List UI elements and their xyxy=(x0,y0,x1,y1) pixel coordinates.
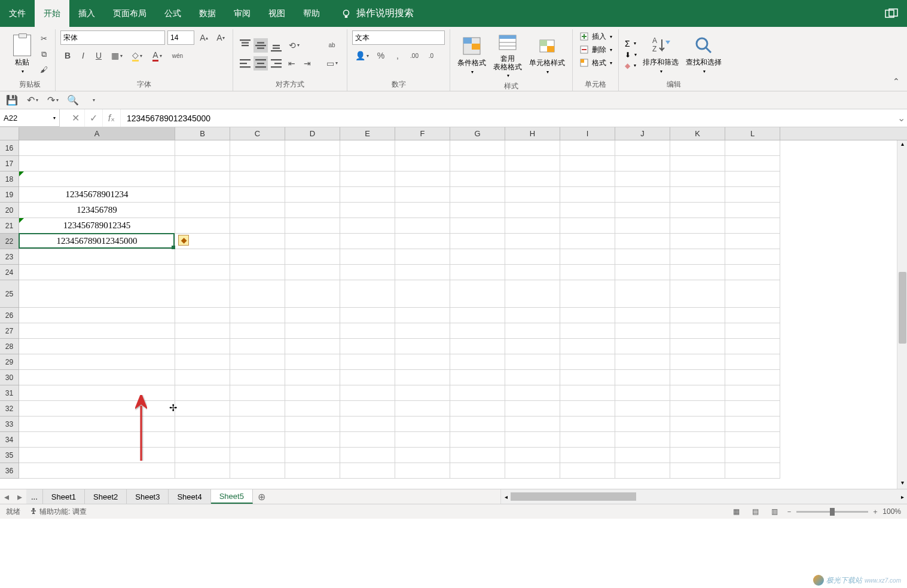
cell-A26[interactable] xyxy=(19,308,175,323)
cell-F24[interactable] xyxy=(395,265,450,280)
cell-D31[interactable] xyxy=(285,385,340,401)
cell-D23[interactable] xyxy=(285,249,340,265)
cell-G26[interactable] xyxy=(450,308,505,323)
cell-E25[interactable] xyxy=(340,280,395,308)
tab-nav-prev-button[interactable]: ◂ xyxy=(0,489,13,504)
cell-I36[interactable] xyxy=(560,463,615,479)
cell-H25[interactable] xyxy=(505,280,560,308)
cell-C17[interactable] xyxy=(230,156,285,172)
cell-L20[interactable] xyxy=(725,203,780,218)
cell-B24[interactable] xyxy=(175,265,230,280)
bold-button[interactable]: B xyxy=(60,48,75,63)
cell-C25[interactable] xyxy=(230,280,285,308)
decrease-decimal-button[interactable]: .0 xyxy=(424,48,438,63)
cell-H19[interactable] xyxy=(505,187,560,203)
cell-A21[interactable]: 123456789012345 xyxy=(19,218,175,234)
cell-E34[interactable] xyxy=(340,432,395,448)
cell-J19[interactable] xyxy=(615,187,670,203)
enter-formula-button[interactable]: ✓ xyxy=(85,109,103,127)
cell-I30[interactable] xyxy=(560,370,615,385)
cell-D28[interactable] xyxy=(285,339,340,354)
cell-F30[interactable] xyxy=(395,370,450,385)
cell-I20[interactable] xyxy=(560,203,615,218)
formula-input[interactable]: 123456789012345000 xyxy=(121,114,895,123)
cell-C23[interactable] xyxy=(230,249,285,265)
cell-H24[interactable] xyxy=(505,265,560,280)
cell-D17[interactable] xyxy=(285,156,340,172)
col-header-H[interactable]: H xyxy=(505,127,560,140)
cell-F29[interactable] xyxy=(395,354,450,370)
cell-A20[interactable]: 123456789 xyxy=(19,203,175,218)
cell-C20[interactable] xyxy=(230,203,285,218)
row-header-25[interactable]: 25 xyxy=(0,280,19,308)
row-header-16[interactable]: 16 xyxy=(0,140,19,156)
sheet-tab-ellipsis[interactable]: ... xyxy=(26,489,43,504)
cell-A19[interactable]: 12345678901234 xyxy=(19,187,175,203)
cell-L36[interactable] xyxy=(725,463,780,479)
cell-L29[interactable] xyxy=(725,354,780,370)
row-header-23[interactable]: 23 xyxy=(0,249,19,265)
cell-K28[interactable] xyxy=(670,339,725,354)
cell-D18[interactable] xyxy=(285,172,340,187)
expand-formula-bar-button[interactable]: ⌄ xyxy=(895,112,907,124)
cell-C16[interactable] xyxy=(230,140,285,156)
cell-J17[interactable] xyxy=(615,156,670,172)
row-header-31[interactable]: 31 xyxy=(0,385,19,401)
collapse-ribbon-button[interactable]: ⌃ xyxy=(893,76,900,86)
cell-K36[interactable] xyxy=(670,463,725,479)
font-name-select[interactable] xyxy=(60,30,165,45)
cell-F17[interactable] xyxy=(395,156,450,172)
sheet-tab-Sheet4[interactable]: Sheet4 xyxy=(169,489,210,504)
cell-H18[interactable] xyxy=(505,172,560,187)
underline-button[interactable]: U xyxy=(91,48,106,63)
cell-E20[interactable] xyxy=(340,203,395,218)
font-color-button[interactable]: A▾ xyxy=(148,48,167,63)
error-indicator-icon[interactable]: ◆ xyxy=(178,235,189,246)
cell-D34[interactable] xyxy=(285,432,340,448)
cell-H23[interactable] xyxy=(505,249,560,265)
col-header-I[interactable]: I xyxy=(560,127,615,140)
cell-C22[interactable] xyxy=(230,234,285,249)
cell-F20[interactable] xyxy=(395,203,450,218)
cell-K30[interactable] xyxy=(670,370,725,385)
cell-A32[interactable] xyxy=(19,401,175,416)
cell-B25[interactable] xyxy=(175,280,230,308)
cell-J23[interactable] xyxy=(615,249,670,265)
tell-me-search[interactable]: 操作说明搜索 xyxy=(341,0,414,27)
cell-J22[interactable] xyxy=(615,234,670,249)
cell-D25[interactable] xyxy=(285,280,340,308)
col-header-B[interactable]: B xyxy=(175,127,230,140)
cell-C31[interactable] xyxy=(230,385,285,401)
cell-K24[interactable] xyxy=(670,265,725,280)
cell-L31[interactable] xyxy=(725,385,780,401)
row-header-34[interactable]: 34 xyxy=(0,432,19,448)
cell-K27[interactable] xyxy=(670,323,725,339)
cell-K34[interactable] xyxy=(670,432,725,448)
cell-E17[interactable] xyxy=(340,156,395,172)
cell-G27[interactable] xyxy=(450,323,505,339)
sheet-tab-Sheet1[interactable]: Sheet1 xyxy=(43,489,85,504)
cell-I19[interactable] xyxy=(560,187,615,203)
cell-E29[interactable] xyxy=(340,354,395,370)
cell-D33[interactable] xyxy=(285,416,340,432)
cell-H17[interactable] xyxy=(505,156,560,172)
cell-C27[interactable] xyxy=(230,323,285,339)
cell-B18[interactable] xyxy=(175,172,230,187)
cell-K32[interactable] xyxy=(670,401,725,416)
cell-D30[interactable] xyxy=(285,370,340,385)
col-header-K[interactable]: K xyxy=(670,127,725,140)
cell-L27[interactable] xyxy=(725,323,780,339)
cell-E33[interactable] xyxy=(340,416,395,432)
menu-home[interactable]: 开始 xyxy=(35,0,69,27)
cell-H34[interactable] xyxy=(505,432,560,448)
cell-E28[interactable] xyxy=(340,339,395,354)
cell-G33[interactable] xyxy=(450,416,505,432)
sort-filter-button[interactable]: AZ 排序和筛选 ▾ xyxy=(640,33,681,75)
select-all-button[interactable] xyxy=(0,127,19,140)
share-button[interactable] xyxy=(885,0,898,27)
insert-cells-button[interactable]: 插入▾ xyxy=(578,30,613,42)
table-format-button[interactable]: 套用 表格格式 ▾ xyxy=(491,30,524,79)
cell-G22[interactable] xyxy=(450,234,505,249)
cell-H32[interactable] xyxy=(505,401,560,416)
cell-L30[interactable] xyxy=(725,370,780,385)
